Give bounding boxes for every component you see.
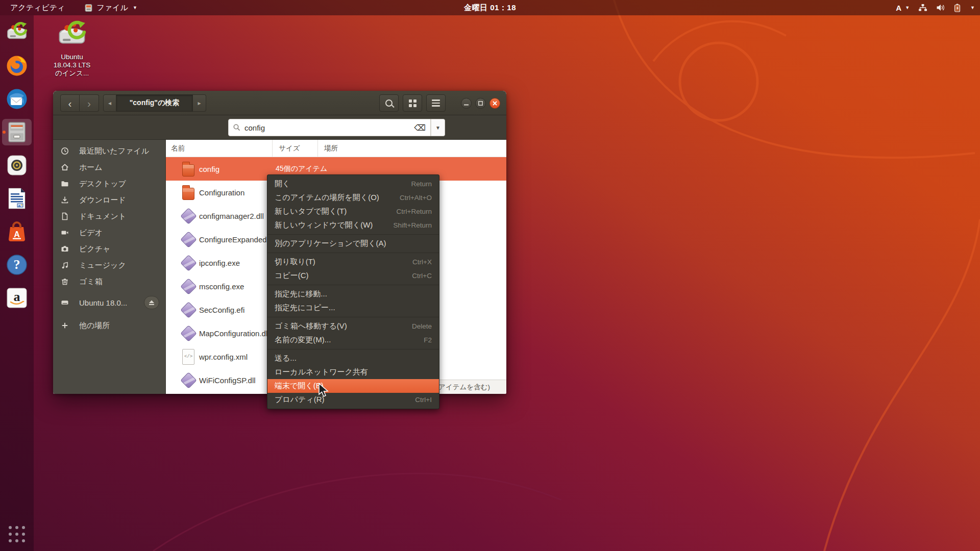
sidebar-item-label: ビデオ <box>79 228 103 238</box>
clock[interactable]: 金曜日 01：18 <box>464 0 516 15</box>
sidebar-item[interactable]: Ubuntu 18.0... <box>53 294 165 311</box>
folder-icon <box>178 161 194 178</box>
back-button[interactable]: ‹ <box>60 94 80 112</box>
dock-item-firefox[interactable] <box>2 53 32 79</box>
grid-view-button[interactable] <box>403 94 422 112</box>
search-input[interactable] <box>240 123 414 132</box>
mouse-cursor <box>317 383 330 400</box>
grid-icon <box>409 99 416 107</box>
dock-item-help[interactable]: ? <box>2 252 32 278</box>
file-name: MapConfiguration.dll <box>199 329 270 338</box>
hamburger-icon <box>432 99 440 107</box>
dock-item-libreoffice-writer[interactable] <box>2 185 32 212</box>
sidebar-item[interactable]: ダウンロード <box>53 192 165 208</box>
camera-icon <box>60 244 69 254</box>
hamburger-menu-button[interactable] <box>426 94 446 112</box>
menu-item[interactable]: 新しいウィンドウで開く(W) Shift+Return <box>267 218 439 232</box>
clear-search-icon[interactable]: ⌫ <box>414 123 426 133</box>
menu-item[interactable]: ローカルネットワーク共有 <box>267 365 439 379</box>
files-app-icon <box>84 4 93 12</box>
menu-item-label: コピー(C) <box>275 271 309 281</box>
menu-item[interactable]: 指定先に移動... <box>267 287 439 301</box>
input-method-label: A <box>896 4 901 12</box>
maximize-button[interactable] <box>475 98 486 109</box>
menu-item[interactable]: 切り取り(T) Ctrl+X <box>267 255 439 269</box>
sidebar-item-label: ホーム <box>79 163 103 172</box>
volume-icon[interactable] <box>936 4 945 12</box>
menu-separator <box>267 349 439 349</box>
menu-item[interactable]: ゴミ箱へ移動する(V) Delete <box>267 319 439 333</box>
network-icon[interactable] <box>918 4 927 12</box>
path-scroll-right-icon[interactable]: ▸ <box>193 94 206 112</box>
menu-separator <box>267 234 439 235</box>
menu-item[interactable]: 送る... <box>267 352 439 365</box>
column-header-size[interactable]: サイズ <box>273 140 318 157</box>
file-name: WiFiConfigSP.dll <box>199 376 256 385</box>
search-toggle-button[interactable] <box>379 94 399 112</box>
menu-item[interactable]: 新しいタブで開く(T) Ctrl+Return <box>267 205 439 218</box>
sidebar-item[interactable]: ビデオ <box>53 224 165 241</box>
close-button[interactable] <box>489 98 500 109</box>
menu-item-label: 別のアプリケーションで開く(A) <box>275 239 386 248</box>
menu-item-label: ゴミ箱へ移動する(V) <box>275 321 347 331</box>
shared-library-icon <box>178 231 194 248</box>
dock-item-rhythmbox[interactable] <box>2 152 32 179</box>
folder-icon <box>60 179 69 188</box>
menu-item-label: このアイテムの場所を開く(O) <box>275 193 379 203</box>
eject-button[interactable] <box>144 296 159 309</box>
forward-button[interactable]: › <box>80 94 99 112</box>
menu-item-shortcut: Return <box>411 180 432 188</box>
svg-text:A: A <box>14 230 20 239</box>
column-header-location[interactable]: 場所 <box>318 140 506 157</box>
battery-icon[interactable] <box>954 4 961 12</box>
menu-item[interactable]: 端末で開く(E) <box>267 379 439 393</box>
dock-item-files[interactable] <box>2 119 32 145</box>
sidebar-item[interactable]: 最近開いたファイル <box>53 143 165 159</box>
path-scroll-left-icon[interactable]: ◂ <box>103 94 116 112</box>
dock-item-amazon[interactable]: a <box>2 285 32 311</box>
menu-item[interactable]: 名前の変更(M)... F2 <box>267 333 439 347</box>
dock-item-thunderbird[interactable] <box>2 86 32 112</box>
menu-item-shortcut: Shift+Return <box>394 221 432 229</box>
sidebar-item-label: Ubuntu 18.0... <box>79 298 127 307</box>
menu-item[interactable]: 別のアプリケーションで開く(A) <box>267 237 439 251</box>
rhythmbox-icon <box>6 154 28 177</box>
menu-item[interactable]: プロパティ(R) Ctrl+I <box>267 393 439 407</box>
menu-item[interactable]: 開く Return <box>267 177 439 191</box>
dock-item-ubuntu-installer[interactable] <box>2 19 32 46</box>
context-menu: 開く Returnこのアイテムの場所を開く(O) Ctrl+Alt+O新しいタブ… <box>267 174 439 409</box>
shared-library-icon <box>178 208 194 224</box>
desktop-installer-icon[interactable]: Ubuntu 18.04.3 LTS のインス... <box>44 19 100 78</box>
shared-library-icon <box>178 372 194 389</box>
document-icon <box>60 212 69 221</box>
sidebar-item[interactable]: ホーム <box>53 159 165 176</box>
sidebar-item[interactable]: 他の場所 <box>53 317 165 334</box>
system-menu-chevron-icon[interactable]: ▼ <box>970 5 975 10</box>
sidebar-item[interactable]: ドキュメント <box>53 208 165 224</box>
sidebar-item-label: 最近開いたファイル <box>79 146 149 156</box>
minimize-button[interactable] <box>461 98 472 109</box>
sidebar-item-label: ピクチャ <box>79 244 110 254</box>
search-icon <box>385 99 393 107</box>
dock-item-ubuntu-software[interactable]: A <box>2 218 32 245</box>
menu-item[interactable]: コピー(C) Ctrl+C <box>267 269 439 283</box>
file-name: config <box>199 165 219 173</box>
search-dropdown-button[interactable]: ▼ <box>431 119 445 136</box>
activities-button[interactable]: アクティビティ <box>7 0 68 15</box>
sidebar-item[interactable]: ミュージック <box>53 257 165 273</box>
sidebar-item[interactable]: デスクトップ <box>53 176 165 192</box>
menu-item-label: 新しいウィンドウで開く(W) <box>275 220 373 230</box>
menu-item-label: 端末で開く(E) <box>275 381 324 391</box>
sidebar-item[interactable]: ピクチャ <box>53 241 165 257</box>
menu-item[interactable]: このアイテムの場所を開く(O) Ctrl+Alt+O <box>267 191 439 205</box>
input-method-indicator[interactable]: A ▼ <box>896 4 910 12</box>
sidebar-item[interactable]: ゴミ箱 <box>53 273 165 290</box>
shared-library-icon <box>178 302 194 318</box>
menu-item[interactable]: 指定先にコピー... <box>267 301 439 315</box>
window-title[interactable]: "config"の検索 <box>116 94 193 112</box>
menu-separator <box>267 253 439 253</box>
column-header-name[interactable]: 名前 <box>166 140 273 157</box>
app-menu[interactable]: ファイル ▼ <box>81 0 140 15</box>
search-entry[interactable]: ⌫ <box>228 119 431 136</box>
menu-item-shortcut: Ctrl+I <box>415 396 432 404</box>
